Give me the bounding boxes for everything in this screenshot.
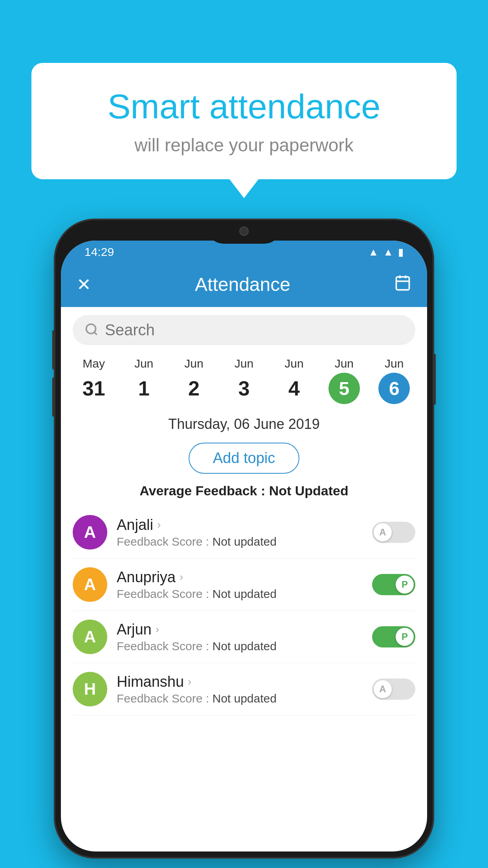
student-info-1: Anupriya›Feedback Score : Not updated: [117, 569, 363, 601]
selected-date: Thursday, 06 June 2019: [61, 408, 427, 436]
calendar-icon[interactable]: [394, 274, 411, 295]
chevron-icon-3: ›: [188, 675, 191, 688]
speech-bubble-container: Smart attendance will replace your paper…: [31, 63, 457, 179]
add-topic-button[interactable]: Add topic: [189, 443, 299, 474]
avg-feedback-label: Average Feedback :: [139, 483, 269, 498]
student-list: AAnjali›Feedback Score : Not updatedAAAn…: [61, 506, 427, 715]
avg-feedback-value: Not Updated: [269, 483, 349, 498]
front-camera: [239, 226, 249, 236]
student-feedback-0: Feedback Score : Not updated: [117, 535, 363, 548]
date-month-0: May: [83, 357, 105, 370]
attendance-toggle-1[interactable]: P: [372, 574, 415, 595]
signal-icon: ▲: [383, 246, 393, 258]
chevron-icon-1: ›: [180, 571, 183, 583]
attendance-toggle-2[interactable]: P: [372, 626, 415, 647]
date-month-4: Jun: [284, 357, 303, 370]
date-col-2[interactable]: Jun2: [169, 357, 219, 404]
status-icons: ▲ ▲ ▮: [369, 246, 411, 258]
student-avatar-3: H: [73, 672, 107, 706]
date-col-1[interactable]: Jun1: [119, 357, 169, 404]
date-day-3[interactable]: 3: [228, 373, 260, 404]
toggle-knob-2: P: [396, 628, 414, 646]
app-header: ✕ Attendance: [61, 262, 427, 307]
student-avatar-0: A: [73, 515, 107, 550]
student-name-3[interactable]: Himanshu›: [117, 673, 363, 690]
date-day-0[interactable]: 31: [78, 373, 110, 404]
date-col-0[interactable]: May31: [69, 357, 119, 404]
volume-down-button: [52, 377, 55, 417]
student-row-0[interactable]: AAnjali›Feedback Score : Not updatedA: [73, 506, 415, 559]
student-info-3: Himanshu›Feedback Score : Not updated: [117, 673, 363, 705]
student-feedback-2: Feedback Score : Not updated: [117, 640, 363, 653]
student-avatar-1: A: [73, 567, 107, 602]
avg-feedback: Average Feedback : Not Updated: [61, 480, 427, 506]
date-month-1: Jun: [134, 357, 153, 370]
header-title: Attendance: [91, 274, 394, 295]
toggle-container-2[interactable]: P: [372, 626, 415, 647]
volume-up-button: [52, 330, 55, 370]
status-time: 14:29: [77, 245, 114, 259]
date-month-5: Jun: [335, 357, 354, 370]
bubble-title: Smart attendance: [63, 86, 425, 127]
toggle-container-0[interactable]: A: [372, 522, 415, 543]
date-month-2: Jun: [184, 357, 203, 370]
wifi-icon: ▲: [369, 246, 379, 258]
toggle-knob-1: P: [396, 576, 414, 594]
power-button: [433, 354, 436, 405]
svg-point-4: [86, 324, 96, 333]
date-month-3: Jun: [235, 357, 253, 370]
toggle-container-3[interactable]: A: [372, 679, 415, 700]
chevron-icon-2: ›: [156, 623, 159, 636]
student-info-0: Anjali›Feedback Score : Not updated: [117, 517, 363, 548]
toggle-container-1[interactable]: P: [372, 574, 415, 595]
phone-notch: [205, 220, 283, 244]
phone-wrapper: 14:29 ▲ ▲ ▮ ✕ Attendance: [55, 220, 433, 857]
toggle-knob-3: A: [374, 680, 392, 698]
date-scroll[interactable]: May31Jun1Jun2Jun3Jun4Jun5Jun6: [61, 353, 427, 408]
student-name-0[interactable]: Anjali›: [117, 517, 363, 533]
svg-rect-0: [396, 277, 409, 290]
search-icon: [84, 322, 99, 338]
student-row-3[interactable]: HHimanshu›Feedback Score : Not updatedA: [73, 663, 415, 715]
search-input[interactable]: [105, 321, 404, 339]
search-bar[interactable]: [73, 315, 415, 345]
date-day-6[interactable]: 6: [378, 373, 410, 404]
phone-body: 14:29 ▲ ▲ ▮ ✕ Attendance: [55, 220, 433, 857]
date-day-2[interactable]: 2: [178, 373, 210, 404]
date-col-6[interactable]: Jun6: [369, 357, 419, 404]
svg-line-5: [94, 332, 97, 335]
date-col-5[interactable]: Jun5: [319, 357, 369, 404]
student-row-2[interactable]: AArjun›Feedback Score : Not updatedP: [73, 611, 415, 663]
attendance-toggle-3[interactable]: A: [372, 679, 415, 700]
date-col-3[interactable]: Jun3: [219, 357, 269, 404]
student-row-1[interactable]: AAnupriya›Feedback Score : Not updatedP: [73, 559, 415, 611]
student-name-2[interactable]: Arjun›: [117, 621, 363, 638]
date-month-6: Jun: [385, 357, 404, 370]
student-feedback-1: Feedback Score : Not updated: [117, 587, 363, 601]
toggle-knob-0: A: [374, 523, 392, 541]
attendance-toggle-0[interactable]: A: [372, 522, 415, 543]
date-day-5[interactable]: 5: [328, 373, 360, 404]
bubble-subtitle: will replace your paperwork: [63, 134, 425, 156]
speech-bubble: Smart attendance will replace your paper…: [31, 63, 457, 179]
close-button[interactable]: ✕: [77, 274, 91, 294]
phone-screen: 14:29 ▲ ▲ ▮ ✕ Attendance: [61, 241, 427, 851]
date-day-4[interactable]: 4: [278, 373, 310, 404]
date-day-1[interactable]: 1: [128, 373, 160, 404]
student-feedback-3: Feedback Score : Not updated: [117, 692, 363, 705]
chevron-icon-0: ›: [157, 519, 161, 531]
battery-icon: ▮: [398, 246, 404, 258]
date-col-4[interactable]: Jun4: [269, 357, 319, 404]
student-avatar-2: A: [73, 620, 107, 654]
student-name-1[interactable]: Anupriya›: [117, 569, 363, 586]
student-info-2: Arjun›Feedback Score : Not updated: [117, 621, 363, 653]
